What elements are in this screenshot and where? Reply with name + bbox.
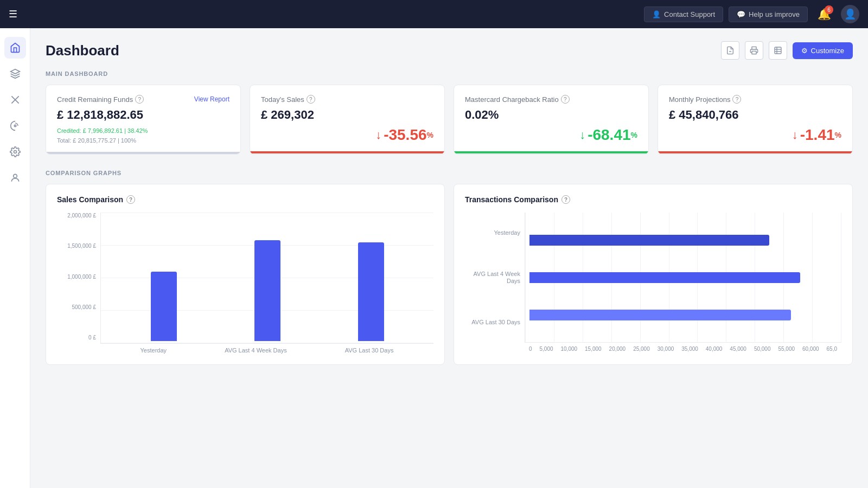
metric-card-header-chargeback: Mastercard Chargeback Ratio ? xyxy=(465,95,637,104)
top-nav: ☰ 👤 Contact Support 💬 Help us improve 🔔 … xyxy=(0,0,868,28)
svg-rect-8 xyxy=(775,47,781,54)
notifications-button[interactable]: 🔔 6 xyxy=(813,5,835,23)
page-header: Dashboard ⚙ Customize xyxy=(46,41,853,60)
metric-card-projections: Monthly Projections ? £ 45,840,766 ↓ -1.… xyxy=(658,85,853,155)
sales-bar-4weeks xyxy=(254,215,280,341)
hbar-4weeks xyxy=(529,270,837,285)
view-report-link[interactable]: View Report xyxy=(194,95,229,103)
sales-grid-area xyxy=(100,213,433,344)
transactions-comparison-chart: Transactions Comparison ? Yesterday AVG … xyxy=(454,184,853,365)
metric-change-chargeback: ↓ -68.41% xyxy=(465,126,637,151)
main-content: Dashboard ⚙ Customize MAIN DASHBOARD xyxy=(30,28,868,488)
graphs-section: COMPARISON GRAPHS Sales Comparison ? 2,0… xyxy=(46,170,853,365)
metric-title-projections: Monthly Projections ? xyxy=(669,95,741,104)
sales-chart-body: Yesterday AVG Last 4 Week Days AVG Last … xyxy=(100,213,433,354)
hbar-30days xyxy=(529,307,837,323)
nav-left: ☰ xyxy=(9,8,17,20)
sidebar-item-fingerprint[interactable] xyxy=(4,115,26,137)
metric-card-header-projections: Monthly Projections ? xyxy=(669,95,841,104)
pdf-export-button[interactable] xyxy=(721,41,739,60)
transactions-hchart: Yesterday AVG Last 4 Week Days AVG Last … xyxy=(465,213,841,352)
metric-card-credit: Credit Remaining Funds ? View Report £ 1… xyxy=(46,85,241,155)
table-view-button[interactable] xyxy=(769,41,787,60)
metric-change-projections: ↓ -1.41% xyxy=(669,126,841,151)
sales-bars-row xyxy=(101,213,433,343)
nav-right: 👤 Contact Support 💬 Help us improve 🔔 6 … xyxy=(644,5,859,23)
svg-point-5 xyxy=(13,174,17,178)
hamburger-icon[interactable]: ☰ xyxy=(9,8,17,20)
notification-badge: 6 xyxy=(825,5,833,14)
page-title: Dashboard xyxy=(46,42,119,59)
card-bar-credit xyxy=(46,152,240,154)
help-improve-button[interactable]: 💬 Help us improve xyxy=(729,7,808,22)
metric-card-sales: Today's Sales ? £ 269,302 ↓ -35.56% xyxy=(250,85,445,155)
hchart-grid: Yesterday AVG Last 4 Week Days AVG Last … xyxy=(465,213,841,343)
sidebar-item-analytics[interactable] xyxy=(4,89,26,111)
card-bar-sales xyxy=(250,151,444,153)
headset-icon: 👤 xyxy=(652,10,661,18)
hchart-x-axis: 0 5,000 10,000 15,000 20,000 25,000 30,0… xyxy=(525,343,841,352)
card-bar-chargeback xyxy=(454,151,648,153)
metric-value-projections: £ 45,840,766 xyxy=(669,108,841,122)
metric-sub-credit: Credited: £ 7,996,892.61 | 38.42% Total:… xyxy=(57,126,229,145)
sidebar xyxy=(0,28,30,488)
metric-cards-container: Credit Remaining Funds ? View Report £ 1… xyxy=(46,85,853,155)
contact-support-button[interactable]: 👤 Contact Support xyxy=(644,7,723,22)
sidebar-item-layers[interactable] xyxy=(4,63,26,85)
sales-bar-30days xyxy=(358,215,384,341)
svg-point-4 xyxy=(14,151,16,153)
metric-title-sales: Today's Sales ? xyxy=(261,95,315,104)
card-bar-projections xyxy=(658,151,852,153)
sales-y-axis: 2,000,000 £ 1,500,000 £ 1,000,000 £ 500,… xyxy=(57,213,100,354)
metric-title-credit: Credit Remaining Funds ? xyxy=(57,95,144,104)
metric-change-sales: ↓ -35.56% xyxy=(261,126,433,151)
arrow-down-icon-sales: ↓ xyxy=(375,128,381,142)
comment-icon: 💬 xyxy=(737,10,745,18)
metric-title-chargeback: Mastercard Chargeback Ratio ? xyxy=(465,95,570,104)
sales-chart-title: Sales Comparison ? xyxy=(57,195,433,204)
sales-vchart: 2,000,000 £ 1,500,000 £ 1,000,000 £ 500,… xyxy=(57,213,433,354)
help-icon-credit[interactable]: ? xyxy=(135,95,144,104)
svg-point-3 xyxy=(14,125,16,126)
svg-marker-0 xyxy=(10,69,20,74)
help-icon-sales-chart[interactable]: ? xyxy=(126,195,135,204)
metric-value-sales: £ 269,302 xyxy=(261,108,433,122)
sales-comparison-chart: Sales Comparison ? 2,000,000 £ 1,500,000… xyxy=(46,184,445,365)
sidebar-item-user[interactable] xyxy=(4,167,26,189)
gear-icon: ⚙ xyxy=(801,47,808,55)
avatar-button[interactable]: 👤 xyxy=(841,5,859,23)
hchart-bars xyxy=(525,213,841,342)
help-icon-transactions-chart[interactable]: ? xyxy=(561,195,570,204)
customize-button[interactable]: ⚙ Customize xyxy=(793,42,853,59)
svg-rect-7 xyxy=(752,51,756,54)
metric-value-credit: £ 12,818,882.65 xyxy=(57,108,229,122)
sidebar-item-home[interactable] xyxy=(4,37,26,59)
metric-value-chargeback: 0.02% xyxy=(465,108,637,122)
hchart-labels: Yesterday AVG Last 4 Week Days AVG Last … xyxy=(465,213,525,343)
main-dashboard-label: MAIN DASHBOARD xyxy=(46,70,853,77)
sales-bar-yesterday xyxy=(151,215,177,341)
toolbar: ⚙ Customize xyxy=(721,41,853,60)
metric-card-header-sales: Today's Sales ? xyxy=(261,95,433,104)
arrow-down-icon-chargeback: ↓ xyxy=(579,128,585,142)
transactions-chart-title: Transactions Comparison ? xyxy=(465,195,841,204)
comparison-label: COMPARISON GRAPHS xyxy=(46,170,853,176)
main-layout: Dashboard ⚙ Customize MAIN DASHBOARD xyxy=(0,28,868,488)
user-avatar-icon: 👤 xyxy=(844,8,856,20)
hbar-yesterday xyxy=(529,233,837,248)
help-icon-projections[interactable]: ? xyxy=(732,95,741,104)
sidebar-item-settings[interactable] xyxy=(4,141,26,163)
metric-card-header: Credit Remaining Funds ? View Report xyxy=(57,95,229,104)
sales-x-labels: Yesterday AVG Last 4 Week Days AVG Last … xyxy=(100,344,433,354)
help-icon-sales[interactable]: ? xyxy=(307,95,315,104)
metric-card-chargeback: Mastercard Chargeback Ratio ? 0.02% ↓ -6… xyxy=(454,85,649,155)
help-icon-chargeback[interactable]: ? xyxy=(561,95,570,104)
graphs-grid: Sales Comparison ? 2,000,000 £ 1,500,000… xyxy=(46,184,853,365)
hchart-body xyxy=(525,213,841,343)
arrow-down-icon-projections: ↓ xyxy=(792,128,798,142)
print-button[interactable] xyxy=(745,41,763,60)
